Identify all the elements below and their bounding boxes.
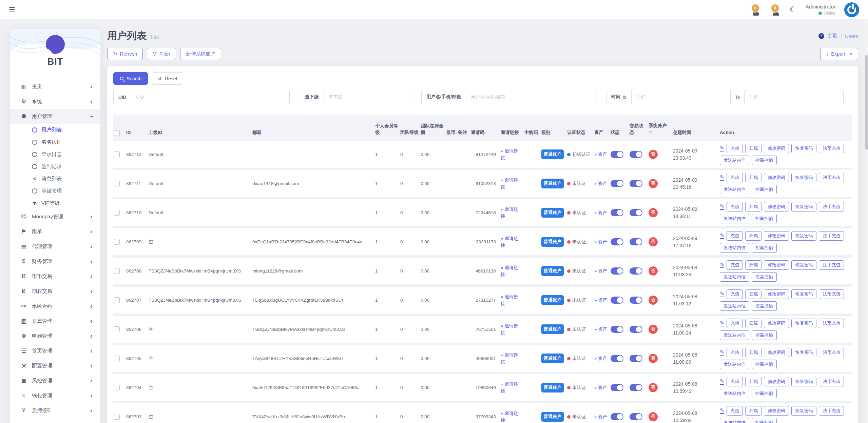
win-loss-control-button[interactable]: 控赢控输: [752, 243, 777, 253]
invite-link[interactable]: » 邀请链接: [501, 177, 522, 190]
send-message-button[interactable]: 发送站内信: [720, 330, 749, 340]
asset-link[interactable]: » 资产: [594, 209, 607, 216]
time-to-input[interactable]: [745, 90, 843, 104]
trade-status-toggle[interactable]: [630, 413, 642, 420]
sidebar-subitem-vip-level[interactable]: ✾ VIP等级: [10, 197, 100, 209]
select-all-checkbox[interactable]: [114, 130, 120, 136]
uid-input[interactable]: [131, 90, 289, 104]
refresh-button[interactable]: ↻ Refresh: [107, 48, 143, 60]
win-loss-control-button[interactable]: 控赢控输: [752, 156, 777, 165]
win-loss-control-button[interactable]: 控赢控输: [752, 360, 777, 369]
win-loss-control-button[interactable]: 控赢控输: [752, 185, 777, 194]
ownership-button[interactable]: 归属: [745, 173, 761, 182]
recharge-button[interactable]: 充值: [727, 289, 743, 299]
asset-link[interactable]: » 资产: [594, 414, 607, 420]
send-message-button[interactable]: 发送站内信: [720, 156, 749, 165]
filter-button[interactable]: ▽ Filter: [147, 48, 176, 60]
recover-password-button[interactable]: 恢复密码: [791, 173, 816, 182]
change-password-button[interactable]: 修改密码: [764, 173, 789, 182]
sidebar-item-subscription-management[interactable]: ☸ 申购管理 ‹: [10, 328, 100, 343]
username-input[interactable]: [466, 90, 596, 104]
change-password-button[interactable]: 修改密码: [764, 231, 789, 241]
edit-icon[interactable]: ✎: [720, 349, 724, 356]
ownership-button[interactable]: 归属: [745, 377, 761, 386]
edit-icon[interactable]: ✎: [720, 291, 724, 298]
asset-link[interactable]: » 资产: [594, 180, 607, 187]
change-password-button[interactable]: 修改密码: [764, 406, 789, 416]
trade-status-toggle[interactable]: [630, 384, 642, 391]
status-toggle[interactable]: [611, 355, 623, 362]
fiat-recharge-button[interactable]: 法币充值: [819, 348, 844, 357]
column-filter-icon[interactable]: ▽: [649, 129, 652, 136]
search-button[interactable]: Search: [113, 72, 148, 85]
dark-mode-icon[interactable]: ☾: [790, 5, 797, 14]
recharge-button[interactable]: 充值: [727, 202, 743, 212]
edit-icon[interactable]: ✎: [720, 204, 724, 210]
change-password-button[interactable]: 修改密码: [764, 289, 789, 299]
invite-link[interactable]: » 邀请链接: [501, 323, 522, 336]
row-checkbox[interactable]: [114, 239, 120, 245]
ownership-button[interactable]: 归属: [745, 406, 761, 416]
row-checkbox[interactable]: [114, 385, 120, 390]
trade-status-toggle[interactable]: [630, 326, 642, 333]
row-checkbox[interactable]: [114, 210, 120, 216]
asset-link[interactable]: » 资产: [594, 355, 607, 362]
recover-password-button[interactable]: 恢复密码: [791, 144, 816, 153]
asset-link[interactable]: » 资产: [594, 326, 607, 333]
fiat-recharge-button[interactable]: 法币充值: [819, 319, 844, 328]
recharge-button[interactable]: 充值: [727, 173, 743, 182]
time-from-input[interactable]: [632, 90, 730, 104]
invite-link[interactable]: » 邀请链接: [501, 294, 522, 307]
sidebar-item-agent-management[interactable]: ▤ 代理管理 ‹: [10, 239, 100, 254]
scrollbar-track[interactable]: [865, 19, 868, 423]
trade-status-toggle[interactable]: [630, 355, 642, 362]
notification-user-icon[interactable]: 0: [770, 4, 781, 16]
change-password-button[interactable]: 修改密码: [764, 260, 789, 270]
trade-status-toggle[interactable]: [630, 267, 642, 275]
win-loss-control-button[interactable]: 控赢控输: [752, 301, 777, 311]
asset-link[interactable]: » 资产: [594, 268, 607, 275]
edit-icon[interactable]: ✎: [720, 408, 724, 414]
ownership-button[interactable]: 归属: [745, 202, 761, 212]
edit-icon[interactable]: ✎: [720, 379, 724, 385]
add-system-account-button[interactable]: 新增系统账户: [180, 48, 221, 60]
row-checkbox[interactable]: [114, 152, 120, 157]
invite-link[interactable]: » 邀请链接: [501, 206, 522, 219]
send-message-button[interactable]: 发送站内信: [720, 214, 749, 223]
sidebar-item-staking-mining[interactable]: ¥ 质押挖矿 ‹: [10, 403, 100, 418]
asset-link[interactable]: » 资产: [594, 239, 607, 245]
sidebar-subitem-checkin-records[interactable]: 签到记录: [10, 160, 100, 173]
row-checkbox[interactable]: [114, 326, 120, 332]
change-password-button[interactable]: 修改密码: [764, 144, 789, 153]
fiat-recharge-button[interactable]: 法币充值: [819, 377, 844, 386]
recover-password-button[interactable]: 恢复密码: [791, 260, 816, 270]
sidebar-subitem-login-logs[interactable]: 登录日志: [10, 148, 100, 160]
send-message-button[interactable]: 发送站内信: [720, 360, 749, 369]
asset-link[interactable]: » 资产: [594, 151, 607, 158]
edit-icon[interactable]: ✎: [720, 145, 724, 152]
status-toggle[interactable]: [611, 180, 623, 187]
trade-status-toggle[interactable]: [630, 209, 642, 216]
edit-icon[interactable]: ✎: [720, 233, 724, 239]
sidebar-item-copy-trading[interactable]: ⚑ 跟单 ‹: [10, 224, 100, 239]
fiat-recharge-button[interactable]: 法币充值: [819, 173, 844, 182]
sidebar-item-moonpay[interactable]: Ⓒ Moonpay管理 ‹: [10, 209, 100, 224]
asset-link[interactable]: » 资产: [594, 384, 607, 391]
edit-icon[interactable]: ✎: [720, 175, 724, 181]
recover-password-button[interactable]: 恢复密码: [791, 377, 816, 386]
row-checkbox[interactable]: [114, 268, 120, 274]
recharge-button[interactable]: 充值: [727, 406, 743, 416]
win-loss-control-button[interactable]: 控赢控输: [752, 272, 777, 282]
sidebar-item-wallet-management[interactable]: ○ 钱包管理 ‹: [10, 388, 100, 403]
recover-password-button[interactable]: 恢复密码: [791, 319, 816, 328]
recharge-button[interactable]: 充值: [727, 231, 743, 241]
invite-link[interactable]: » 邀请链接: [501, 410, 522, 423]
sidebar-item-spot-trading[interactable]: B 币币交易 ‹: [10, 269, 100, 284]
trade-status-toggle[interactable]: [630, 151, 642, 158]
invite-link[interactable]: » 邀请链接: [501, 381, 522, 394]
fiat-recharge-button[interactable]: 法币充值: [819, 202, 844, 212]
sidebar-item-risk-management[interactable]: ≣ 风控管理 ‹: [10, 373, 100, 388]
sidebar-subitem-real-name-auth[interactable]: 实名认证: [10, 136, 100, 148]
send-message-button[interactable]: 发送站内信: [720, 272, 749, 282]
row-checkbox[interactable]: [114, 181, 120, 186]
